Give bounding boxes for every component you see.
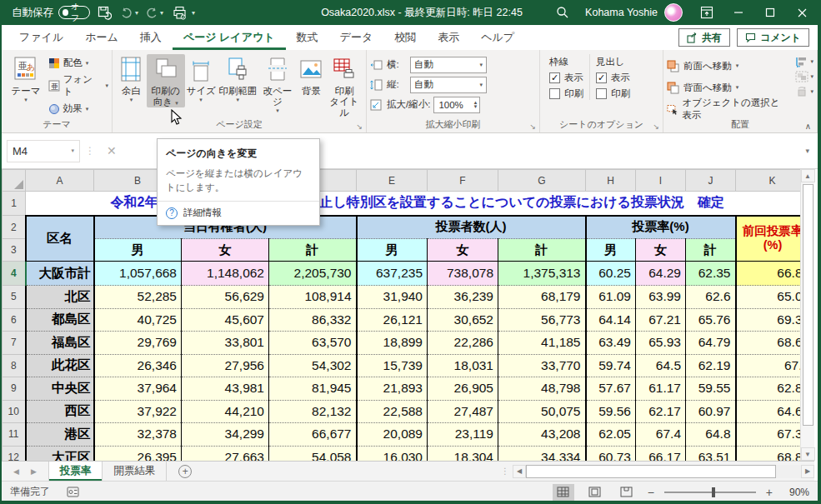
formula-bar-expand-icon[interactable]: ▾ (805, 147, 809, 155)
zoom-slider[interactable] (664, 492, 756, 493)
header-sub-cell[interactable]: 計 (498, 239, 586, 262)
data-cell[interactable]: 30,652 (428, 308, 498, 332)
data-cell[interactable]: 64.14 (586, 308, 636, 332)
sheet-options-dialog-launcher[interactable]: ↘ (653, 122, 659, 131)
headings-view-checkbox[interactable]: ✓表示 (596, 72, 630, 84)
print-area-button[interactable]: 印刷範囲 ▾ (217, 54, 258, 103)
tab-view[interactable]: 表示 (427, 25, 470, 50)
data-cell[interactable]: 34,334 (498, 446, 586, 461)
data-cell[interactable]: 36,239 (428, 286, 498, 309)
tab-formulas[interactable]: 数式 (286, 25, 329, 50)
data-cell[interactable]: 50,075 (498, 400, 586, 423)
scroll-left-arrow[interactable]: ◀ (513, 465, 526, 478)
header-sub-cell[interactable]: 女 (182, 239, 269, 262)
scale-height-select[interactable]: 自動▾ (410, 77, 487, 93)
new-sheet-button[interactable]: + (178, 465, 192, 478)
horizontal-scrollbar-thumb[interactable] (526, 465, 776, 478)
data-cell[interactable]: 52,285 (94, 286, 182, 309)
data-cell[interactable]: 62.17 (636, 400, 686, 423)
zoom-slider-thumb[interactable] (712, 487, 715, 497)
macro-record-icon[interactable] (67, 487, 79, 497)
background-button[interactable]: 背景 (297, 54, 326, 97)
data-cell[interactable]: 16,030 (357, 446, 428, 461)
data-cell[interactable]: 66,677 (269, 423, 357, 447)
data-cell[interactable]: 63.49 (586, 332, 636, 355)
minimize-button[interactable] (723, 0, 754, 25)
ward-name-cell[interactable]: 大阪市計 (26, 262, 94, 286)
quick-access-dropdown[interactable]: ▾ (192, 9, 195, 17)
data-cell[interactable]: 26,905 (428, 377, 498, 401)
collapse-ribbon-button[interactable]: ∧ (805, 122, 811, 131)
redo-button[interactable]: ▾ (143, 2, 165, 23)
header-sub-cell[interactable]: 男 (94, 239, 182, 262)
ward-name-cell[interactable]: 大正区 (26, 446, 94, 461)
data-cell[interactable]: 56,773 (498, 308, 586, 332)
data-cell[interactable]: 41,185 (498, 332, 586, 355)
data-cell[interactable]: 43,208 (498, 423, 586, 447)
scroll-down-arrow[interactable]: ▼ (801, 447, 815, 461)
column-header-A[interactable]: A (26, 170, 94, 192)
data-cell[interactable]: 1,057,668 (94, 262, 182, 286)
header-sub-cell[interactable]: 女 (636, 239, 686, 262)
scale-spinner[interactable]: 100%▲▼ (433, 97, 480, 113)
data-cell[interactable]: 68.8 (736, 446, 801, 461)
data-cell[interactable]: 61.17 (636, 377, 686, 401)
scale-width-select[interactable]: 自動▾ (410, 57, 487, 73)
scale-dialog-launcher[interactable]: ↘ (529, 122, 536, 131)
theme-fonts-button[interactable]: 亜 フォント▾ (48, 73, 108, 98)
ward-name-cell[interactable]: 都島区 (26, 308, 94, 332)
row-header-10[interactable]: 10 (3, 400, 26, 423)
autosave-toggle[interactable]: 自動保存 オフ (12, 6, 90, 20)
data-cell[interactable]: 67.21 (636, 308, 686, 332)
theme-colors-button[interactable]: 配色▾ (48, 57, 108, 69)
user-avatar[interactable] (664, 3, 683, 22)
headings-print-checkbox[interactable]: 印刷 (596, 87, 630, 100)
data-cell[interactable]: 29,769 (94, 332, 182, 355)
data-cell[interactable]: 21,893 (357, 377, 428, 401)
data-cell[interactable]: 56,629 (182, 286, 269, 309)
header-sub-cell[interactable]: 女 (428, 239, 498, 262)
sheet-tab-touhyouritsu[interactable]: 投票率 (48, 462, 103, 481)
themes-button[interactable]: 亜あ テーマ ▾ (5, 54, 47, 103)
ward-name-cell[interactable]: 此花区 (26, 354, 94, 377)
column-header-G[interactable]: G (498, 170, 586, 192)
data-cell[interactable]: 23,119 (428, 423, 498, 447)
gridlines-print-checkbox[interactable]: 印刷 (549, 87, 583, 100)
row-header-9[interactable]: 9 (3, 377, 26, 401)
scale-spin-arrows[interactable]: ▲▼ (473, 101, 478, 109)
tab-insert[interactable]: 挿入 (129, 25, 173, 50)
data-cell[interactable]: 1,375,313 (498, 262, 586, 286)
data-cell[interactable]: 22,286 (428, 332, 498, 355)
data-cell[interactable]: 63,570 (269, 332, 357, 355)
data-cell[interactable]: 64.29 (636, 262, 686, 286)
data-cell[interactable]: 57.67 (586, 377, 636, 401)
data-cell[interactable]: 65.93 (636, 332, 686, 355)
data-cell[interactable]: 1,148,062 (182, 262, 269, 286)
data-cell[interactable]: 59.55 (686, 377, 736, 401)
gridlines-view-checkbox[interactable]: ✓表示 (549, 72, 583, 84)
page-layout-view-button[interactable] (584, 484, 606, 501)
data-cell[interactable]: 18,899 (357, 332, 428, 355)
header-group-cell[interactable]: 投票率(%) (586, 216, 736, 239)
data-cell[interactable]: 54,302 (269, 354, 357, 377)
row-header-12[interactable]: 12 (3, 446, 26, 461)
row-header-5[interactable]: 5 (3, 286, 26, 309)
data-cell[interactable]: 62.19 (686, 354, 736, 377)
zoom-in-button[interactable]: + (766, 486, 773, 499)
data-cell[interactable]: 60.25 (586, 262, 636, 286)
data-cell[interactable]: 108,914 (269, 286, 357, 309)
autosave-switch[interactable]: オフ (58, 6, 90, 19)
data-cell[interactable]: 34,299 (182, 423, 269, 447)
column-header-J[interactable]: J (686, 170, 736, 192)
header-sub-cell[interactable]: 男 (586, 239, 636, 262)
page-setup-dialog-launcher[interactable]: ↘ (356, 122, 363, 131)
data-cell[interactable]: 60.97 (686, 400, 736, 423)
header-group-cell[interactable]: 投票者数(人) (357, 216, 586, 239)
select-all-corner[interactable] (3, 170, 26, 192)
data-cell[interactable]: 65.0 (736, 286, 801, 309)
data-cell[interactable]: 68.6 (736, 332, 801, 355)
data-cell[interactable]: 66.17 (636, 446, 686, 461)
data-cell[interactable]: 59.74 (586, 354, 636, 377)
data-cell[interactable]: 63.51 (686, 446, 736, 461)
data-cell[interactable]: 37,922 (94, 400, 182, 423)
